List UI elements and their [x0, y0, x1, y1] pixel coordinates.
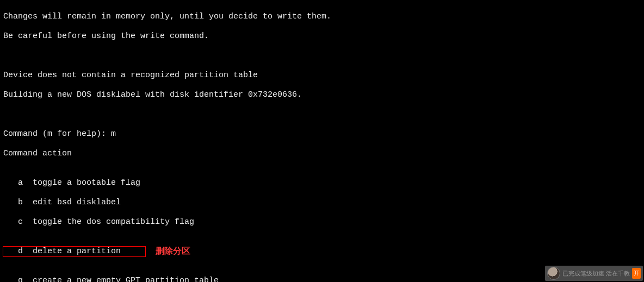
menu-item-c: ctoggle the dos compatibility flag	[3, 217, 641, 227]
menu-item-a: atoggle a bootable flag	[3, 178, 641, 188]
avatar-icon	[547, 267, 560, 280]
menu-header: Command action	[3, 149, 641, 159]
menu-item-d: ddelete a partition 删除分区	[3, 247, 641, 256]
menu-item-b: bedit bsd disklabel	[3, 198, 641, 208]
watermark-text: 已完成笔级加速 活在千教	[562, 268, 630, 278]
user-input: m	[111, 129, 116, 139]
command-prompt: Command (m for help): m	[3, 129, 641, 139]
header-line: Device does not contain a recognized par…	[3, 71, 641, 80]
header-line: Changes will remain in memory only, unti…	[3, 12, 641, 22]
blank-line	[3, 51, 641, 61]
watermark-badge: 开	[632, 268, 641, 279]
terminal[interactable]: Changes will remain in memory only, unti…	[0, 0, 644, 282]
watermark-overlay: 已完成笔级加速 活在千教 开	[545, 266, 643, 281]
annotation-delete: 删除分区	[156, 246, 190, 256]
header-line: Be careful before using the write comman…	[3, 32, 641, 41]
header-line: Building a new DOS disklabel with disk i…	[3, 90, 641, 100]
blank-line	[3, 110, 641, 120]
